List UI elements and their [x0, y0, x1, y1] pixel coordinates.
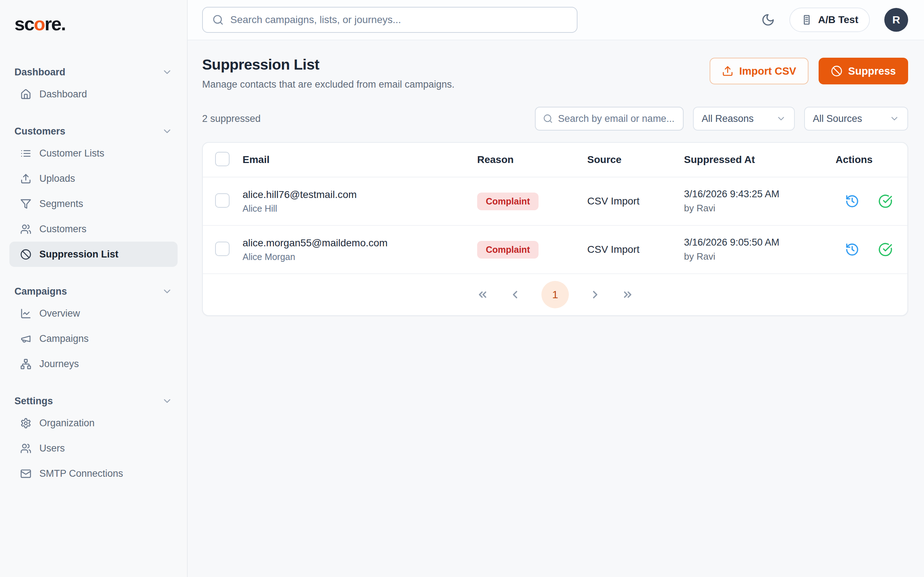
nav-section-settings: Settings Organization Users SMTP Connect… — [0, 392, 187, 486]
check-circle-icon — [878, 242, 893, 257]
row-checkbox[interactable] — [215, 242, 229, 256]
row-select-cell — [203, 193, 242, 209]
source-cell: CSV Import — [587, 244, 684, 255]
suppress-button[interactable]: Suppress — [819, 58, 908, 84]
page-header: Suppression List Manage contacts that ar… — [202, 56, 908, 90]
reason-filter-select[interactable]: All Reasons — [693, 107, 795, 131]
logo-text-suffix: re. — [45, 13, 66, 34]
history-icon — [845, 242, 859, 257]
moon-icon — [761, 13, 775, 27]
sidebar-section-settings[interactable]: Settings — [0, 392, 187, 410]
chevrons-right-icon — [622, 288, 634, 301]
avatar-initial: R — [892, 14, 900, 26]
page-subtitle: Manage contacts that are excluded from e… — [202, 79, 454, 90]
row-select-cell — [203, 242, 242, 258]
table-row: alice.morgan55@maildemo.com Alice Morgan… — [203, 226, 908, 274]
chevron-right-icon — [589, 288, 601, 301]
sidebar-item-journeys[interactable]: Journeys — [10, 351, 178, 377]
reason-badge: Complaint — [477, 241, 538, 259]
reason-cell: Complaint — [477, 241, 587, 259]
section-label: Dashboard — [15, 67, 65, 78]
column-header-actions: Actions — [835, 154, 908, 166]
app-logo: score. — [0, 13, 187, 35]
chevron-down-icon — [776, 114, 786, 124]
table-search-input[interactable] — [558, 113, 676, 124]
megaphone-icon — [20, 333, 31, 344]
network-icon — [20, 358, 31, 370]
chevrons-left-icon — [477, 288, 489, 301]
restore-button[interactable] — [845, 194, 859, 208]
sidebar-item-customer-lists[interactable]: Customer Lists — [10, 141, 178, 166]
ban-icon — [831, 65, 842, 77]
import-csv-label: Import CSV — [739, 65, 796, 77]
building-icon — [801, 14, 813, 26]
upload-icon — [722, 65, 733, 77]
chevron-down-icon — [162, 126, 173, 137]
restore-button[interactable] — [845, 242, 859, 257]
sidebar-nav: Dashboard Dashboard Customers Customer L… — [0, 63, 187, 486]
global-search-input[interactable] — [230, 14, 567, 26]
history-icon — [845, 194, 859, 208]
ban-icon — [20, 249, 31, 260]
sidebar-item-label: Journeys — [39, 358, 79, 370]
source-filter-value: All Sources — [813, 113, 862, 124]
sidebar-item-label: Uploads — [39, 173, 75, 184]
import-csv-button[interactable]: Import CSV — [709, 58, 809, 84]
sidebar-item-label: Suppression List — [39, 249, 118, 260]
actions-cell — [835, 242, 908, 257]
sidebar-item-organization[interactable]: Organization — [10, 410, 178, 436]
sidebar-item-overview[interactable]: Overview — [10, 301, 178, 326]
sidebar-section-campaigns[interactable]: Campaigns — [0, 282, 187, 301]
sidebar-item-label: Dashboard — [39, 89, 87, 100]
sidebar-item-dashboard[interactable]: Dashboard — [10, 82, 178, 107]
section-label: Settings — [15, 396, 53, 407]
dark-mode-toggle[interactable] — [761, 13, 775, 27]
suppressed-by: by Ravi — [684, 203, 835, 214]
topbar: A/B Test R — [188, 0, 924, 40]
current-page-indicator[interactable]: 1 — [541, 281, 569, 308]
user-avatar[interactable]: R — [884, 8, 908, 32]
search-icon — [212, 14, 224, 26]
global-search[interactable] — [202, 7, 577, 33]
sidebar-item-customers[interactable]: Customers — [10, 216, 178, 242]
sidebar-item-uploads[interactable]: Uploads — [10, 166, 178, 191]
table-search[interactable] — [535, 107, 683, 131]
contact-email: alice.morgan55@maildemo.com — [242, 237, 477, 249]
sidebar-item-segments[interactable]: Segments — [10, 191, 178, 216]
sidebar-item-users[interactable]: Users — [10, 436, 178, 461]
next-page-button[interactable] — [589, 288, 601, 301]
first-page-button[interactable] — [477, 288, 489, 301]
suppressed-at-cell: 3/16/2026 9:05:50 AM by Ravi — [684, 237, 835, 262]
sidebar-section-customers[interactable]: Customers — [0, 122, 187, 141]
contact-name: Alice Hill — [242, 203, 477, 214]
sidebar-item-label: Overview — [39, 308, 80, 319]
previous-page-button[interactable] — [509, 288, 521, 301]
actions-cell — [835, 194, 908, 208]
ab-test-button[interactable]: A/B Test — [789, 8, 870, 32]
source-filter-select[interactable]: All Sources — [804, 107, 908, 131]
chevron-down-icon — [889, 114, 900, 124]
sidebar-item-campaigns[interactable]: Campaigns — [10, 326, 178, 351]
column-header-suppressed-at: Suppressed At — [684, 154, 835, 166]
contact-name: Alice Morgan — [242, 252, 477, 262]
topbar-right: A/B Test R — [761, 8, 908, 32]
filters: All Reasons All Sources — [535, 107, 908, 131]
sidebar-section-dashboard[interactable]: Dashboard — [0, 63, 187, 82]
row-checkbox[interactable] — [215, 193, 229, 208]
upload-icon — [20, 173, 31, 184]
suppressed-date: 3/16/2026 9:43:25 AM — [684, 189, 835, 200]
gear-icon — [20, 417, 31, 429]
confirm-button[interactable] — [878, 194, 893, 208]
last-page-button[interactable] — [622, 288, 634, 301]
sidebar-item-smtp-connections[interactable]: SMTP Connections — [10, 461, 178, 486]
reason-badge: Complaint — [477, 193, 538, 210]
filter-row: 2 suppressed All Reasons All Sources — [202, 107, 908, 131]
search-icon — [543, 114, 553, 124]
sidebar: score. Dashboard Dashboard Customers Cus… — [0, 0, 188, 577]
email-cell: alice.morgan55@maildemo.com Alice Morgan — [242, 237, 477, 262]
chevron-down-icon — [162, 396, 173, 406]
contact-email: alice.hill76@testmail.com — [242, 189, 477, 200]
sidebar-item-suppression-list[interactable]: Suppression List — [10, 242, 178, 267]
select-all-checkbox[interactable] — [215, 152, 229, 166]
confirm-button[interactable] — [878, 242, 893, 257]
